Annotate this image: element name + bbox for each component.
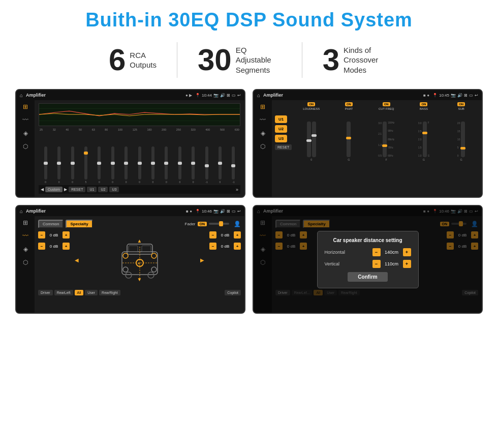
db-minus-4[interactable]: − — [209, 243, 216, 250]
u3-btn[interactable]: U3 — [109, 187, 119, 192]
cross-sidebar-icon-2[interactable]: 〰 — [260, 116, 266, 124]
fader-down-arrow[interactable]: ▼ — [137, 277, 142, 282]
phat-thumb — [346, 137, 351, 139]
freq-320: 320 — [191, 128, 196, 131]
eq-sidebar-icon-3[interactable]: ◈ — [23, 130, 28, 137]
u1-btn[interactable]: U1 — [87, 187, 97, 192]
time-3: 10:46 — [202, 209, 212, 214]
distance-screen-content: ⊞ 〰 ◈ ⬡ Common Specialty ON — [254, 216, 482, 313]
u2-btn[interactable]: U2 — [98, 187, 108, 192]
specialty-tab[interactable]: Specialty — [66, 220, 92, 228]
slider-track-1[interactable] — [57, 146, 60, 180]
prev-arrow[interactable]: ◀ — [41, 187, 44, 192]
slider-track-3[interactable] — [84, 146, 87, 180]
db-minus-1[interactable]: − — [38, 231, 45, 238]
slider-track-0[interactable] — [44, 146, 47, 180]
db-plus-1[interactable]: + — [63, 231, 70, 238]
custom-btn[interactable]: Custom — [45, 187, 63, 192]
rearright-btn[interactable]: RearRight — [99, 290, 120, 295]
eq-slider-8: 0 — [147, 146, 159, 184]
fader-sidebar-icon-1[interactable]: ⊞ — [23, 219, 28, 226]
slider-track-12[interactable] — [205, 146, 208, 180]
expand-arrows[interactable]: » — [236, 187, 238, 192]
db-minus-2[interactable]: − — [38, 243, 45, 250]
cross-sidebar-icon-4[interactable]: ⬡ — [260, 143, 265, 150]
db-plus-4[interactable]: + — [234, 243, 241, 250]
reset-btn[interactable]: RESET — [69, 187, 85, 192]
sub-slider[interactable] — [461, 122, 465, 157]
loudness-slider-2[interactable] — [312, 122, 316, 157]
eq-sidebar-icon-4[interactable]: ⬡ — [23, 143, 28, 150]
slider-track-11[interactable] — [192, 146, 195, 180]
home-icon-1[interactable]: ⌂ — [20, 93, 23, 98]
slider-track-9[interactable] — [165, 146, 168, 180]
copilot-btn[interactable]: Copilot — [225, 290, 241, 295]
horizontal-ctrl: − 140cm + — [372, 248, 411, 256]
vertical-plus[interactable]: + — [403, 260, 411, 268]
driver-btn[interactable]: Driver — [38, 290, 53, 295]
user-btn[interactable]: User — [85, 290, 98, 295]
u3-button[interactable]: U3 — [275, 135, 287, 142]
slider-track-10[interactable] — [178, 146, 181, 180]
back-icon-2[interactable]: ↩ — [475, 93, 478, 98]
right-db-controls: − 0 dB + − 0 dB + — [209, 231, 241, 287]
slider-track-2[interactable] — [71, 146, 74, 180]
vertical-ctrl: − 110cm + — [372, 260, 411, 268]
confirm-button[interactable]: Confirm — [348, 272, 387, 282]
crossover-reset-btn[interactable]: RESET — [275, 144, 292, 150]
bass-ctrl: ON BASS 3.02.52.01.51.0 — [407, 102, 442, 161]
phat-slider[interactable] — [347, 122, 351, 157]
db-minus-3[interactable]: − — [209, 231, 216, 238]
fader-right-arrow[interactable]: ▶ — [200, 257, 204, 263]
slider-track-6[interactable] — [124, 146, 128, 180]
horizontal-plus[interactable]: + — [403, 248, 411, 256]
u1-button[interactable]: U1 — [275, 115, 287, 123]
rearleft-btn[interactable]: RearLeft — [54, 290, 73, 295]
slider-track-7[interactable] — [138, 146, 141, 180]
slider-track-14[interactable] — [232, 146, 235, 180]
slider-track-4[interactable] — [98, 146, 101, 180]
db-ctrl-1: − 0 dB + — [38, 231, 70, 238]
home-icon-3[interactable]: ⌂ — [20, 208, 23, 214]
cutfreq-slider-1[interactable] — [383, 122, 387, 157]
vertical-minus[interactable]: − — [372, 260, 381, 268]
horizontal-minus[interactable]: − — [372, 248, 381, 256]
phat-on[interactable]: ON — [345, 102, 353, 106]
loudness-slider-1[interactable] — [307, 122, 311, 157]
home-icon-2[interactable]: ⌂ — [257, 93, 260, 98]
db-plus-2[interactable]: + — [63, 243, 70, 250]
fader-slider[interactable] — [209, 219, 229, 229]
loudness-on[interactable]: ON — [307, 102, 315, 106]
bass-on[interactable]: ON — [420, 102, 427, 106]
common-tab[interactable]: Common — [38, 220, 64, 228]
cross-sidebar-icon-3[interactable]: ◈ — [261, 130, 265, 137]
fader-up-arrow[interactable]: ▲ — [137, 238, 142, 244]
signal-icon-2: ⊠ — [464, 93, 468, 98]
slider-track-5[interactable] — [111, 146, 114, 180]
slider-track-8[interactable] — [151, 146, 154, 180]
db-plus-3[interactable]: + — [234, 231, 241, 238]
cutfreq-on[interactable]: ON — [383, 102, 390, 106]
volume-icon-3: 🔊 — [220, 209, 225, 214]
cross-sidebar-icon-1[interactable]: ⊞ — [260, 103, 265, 110]
back-icon-3[interactable]: ↩ — [237, 209, 241, 214]
back-icon-1[interactable]: ↩ — [237, 93, 241, 98]
all-btn[interactable]: All — [75, 290, 84, 295]
u2-button[interactable]: U2 — [275, 125, 287, 133]
slider-thumb-2 — [71, 162, 75, 165]
fader-sidebar-icon-4[interactable]: ⬡ — [23, 259, 28, 266]
dialog-horizontal-row: Horizontal − 140cm + — [325, 248, 411, 256]
eq-sidebar-icon-1[interactable]: ⊞ — [23, 103, 28, 110]
vertical-value: 110cm — [382, 261, 401, 266]
eq-sidebar-icon-2[interactable]: 〰 — [22, 116, 28, 124]
freq-630: 630 — [235, 128, 239, 131]
next-arrow[interactable]: ▶ — [64, 187, 67, 192]
fader-on-badge[interactable]: ON — [198, 222, 207, 226]
bass-slider[interactable] — [423, 122, 427, 157]
fader-sidebar-icon-2[interactable]: 〰 — [22, 232, 28, 240]
status-bar-1: ⌂ Amplifier ● ▶ 📍 10:44 📷 🔊 ⊠ ▭ ↩ — [16, 90, 244, 100]
fader-left-arrow[interactable]: ◀ — [75, 257, 79, 263]
fader-sidebar-icon-3[interactable]: ◈ — [23, 246, 28, 253]
slider-track-13[interactable] — [219, 146, 222, 180]
sub-on[interactable]: ON — [457, 102, 465, 106]
